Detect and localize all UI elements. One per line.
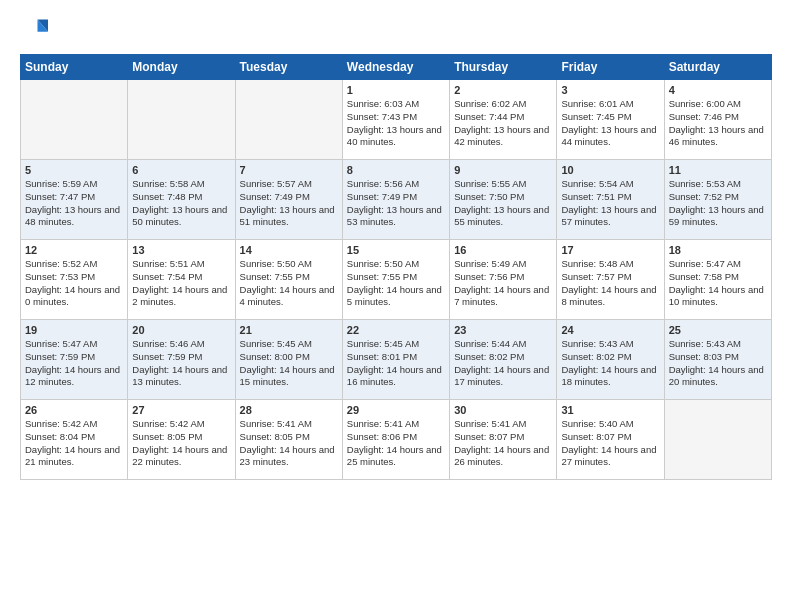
calendar-week-row: 12Sunrise: 5:52 AM Sunset: 7:53 PM Dayli… — [21, 240, 772, 320]
day-info: Sunrise: 5:54 AM Sunset: 7:51 PM Dayligh… — [561, 178, 659, 229]
calendar-cell: 28Sunrise: 5:41 AM Sunset: 8:05 PM Dayli… — [235, 400, 342, 480]
day-info: Sunrise: 6:02 AM Sunset: 7:44 PM Dayligh… — [454, 98, 552, 149]
calendar-cell: 1Sunrise: 6:03 AM Sunset: 7:43 PM Daylig… — [342, 80, 449, 160]
day-info: Sunrise: 5:47 AM Sunset: 7:58 PM Dayligh… — [669, 258, 767, 309]
day-info: Sunrise: 5:46 AM Sunset: 7:59 PM Dayligh… — [132, 338, 230, 389]
weekday-header-sunday: Sunday — [21, 55, 128, 80]
calendar-cell: 12Sunrise: 5:52 AM Sunset: 7:53 PM Dayli… — [21, 240, 128, 320]
weekday-header-wednesday: Wednesday — [342, 55, 449, 80]
day-number: 1 — [347, 84, 445, 96]
day-info: Sunrise: 5:55 AM Sunset: 7:50 PM Dayligh… — [454, 178, 552, 229]
day-number: 22 — [347, 324, 445, 336]
day-number: 28 — [240, 404, 338, 416]
calendar-cell: 22Sunrise: 5:45 AM Sunset: 8:01 PM Dayli… — [342, 320, 449, 400]
calendar-cell: 11Sunrise: 5:53 AM Sunset: 7:52 PM Dayli… — [664, 160, 771, 240]
day-number: 5 — [25, 164, 123, 176]
calendar-cell — [235, 80, 342, 160]
weekday-header-monday: Monday — [128, 55, 235, 80]
calendar-cell — [128, 80, 235, 160]
header — [20, 16, 772, 44]
day-number: 25 — [669, 324, 767, 336]
day-info: Sunrise: 5:50 AM Sunset: 7:55 PM Dayligh… — [347, 258, 445, 309]
day-number: 8 — [347, 164, 445, 176]
calendar-cell: 14Sunrise: 5:50 AM Sunset: 7:55 PM Dayli… — [235, 240, 342, 320]
calendar-cell: 23Sunrise: 5:44 AM Sunset: 8:02 PM Dayli… — [450, 320, 557, 400]
day-info: Sunrise: 5:40 AM Sunset: 8:07 PM Dayligh… — [561, 418, 659, 469]
calendar-cell: 5Sunrise: 5:59 AM Sunset: 7:47 PM Daylig… — [21, 160, 128, 240]
calendar-week-row: 26Sunrise: 5:42 AM Sunset: 8:04 PM Dayli… — [21, 400, 772, 480]
day-number: 10 — [561, 164, 659, 176]
day-number: 20 — [132, 324, 230, 336]
day-number: 29 — [347, 404, 445, 416]
calendar-week-row: 5Sunrise: 5:59 AM Sunset: 7:47 PM Daylig… — [21, 160, 772, 240]
day-info: Sunrise: 5:43 AM Sunset: 8:03 PM Dayligh… — [669, 338, 767, 389]
calendar-cell: 15Sunrise: 5:50 AM Sunset: 7:55 PM Dayli… — [342, 240, 449, 320]
calendar-cell: 24Sunrise: 5:43 AM Sunset: 8:02 PM Dayli… — [557, 320, 664, 400]
day-info: Sunrise: 5:52 AM Sunset: 7:53 PM Dayligh… — [25, 258, 123, 309]
day-info: Sunrise: 5:59 AM Sunset: 7:47 PM Dayligh… — [25, 178, 123, 229]
weekday-header-thursday: Thursday — [450, 55, 557, 80]
day-info: Sunrise: 5:45 AM Sunset: 8:00 PM Dayligh… — [240, 338, 338, 389]
weekday-header-friday: Friday — [557, 55, 664, 80]
day-number: 13 — [132, 244, 230, 256]
day-info: Sunrise: 5:47 AM Sunset: 7:59 PM Dayligh… — [25, 338, 123, 389]
day-number: 16 — [454, 244, 552, 256]
calendar-cell: 10Sunrise: 5:54 AM Sunset: 7:51 PM Dayli… — [557, 160, 664, 240]
day-number: 18 — [669, 244, 767, 256]
day-number: 27 — [132, 404, 230, 416]
day-number: 6 — [132, 164, 230, 176]
calendar-cell: 29Sunrise: 5:41 AM Sunset: 8:06 PM Dayli… — [342, 400, 449, 480]
day-info: Sunrise: 5:53 AM Sunset: 7:52 PM Dayligh… — [669, 178, 767, 229]
day-number: 31 — [561, 404, 659, 416]
calendar-cell: 27Sunrise: 5:42 AM Sunset: 8:05 PM Dayli… — [128, 400, 235, 480]
day-info: Sunrise: 5:48 AM Sunset: 7:57 PM Dayligh… — [561, 258, 659, 309]
day-info: Sunrise: 5:42 AM Sunset: 8:04 PM Dayligh… — [25, 418, 123, 469]
day-info: Sunrise: 5:50 AM Sunset: 7:55 PM Dayligh… — [240, 258, 338, 309]
day-info: Sunrise: 5:58 AM Sunset: 7:48 PM Dayligh… — [132, 178, 230, 229]
day-info: Sunrise: 5:44 AM Sunset: 8:02 PM Dayligh… — [454, 338, 552, 389]
day-number: 11 — [669, 164, 767, 176]
calendar-cell: 8Sunrise: 5:56 AM Sunset: 7:49 PM Daylig… — [342, 160, 449, 240]
day-number: 26 — [25, 404, 123, 416]
day-number: 3 — [561, 84, 659, 96]
day-info: Sunrise: 6:00 AM Sunset: 7:46 PM Dayligh… — [669, 98, 767, 149]
day-number: 7 — [240, 164, 338, 176]
day-number: 9 — [454, 164, 552, 176]
day-info: Sunrise: 5:41 AM Sunset: 8:07 PM Dayligh… — [454, 418, 552, 469]
day-info: Sunrise: 5:51 AM Sunset: 7:54 PM Dayligh… — [132, 258, 230, 309]
day-info: Sunrise: 6:01 AM Sunset: 7:45 PM Dayligh… — [561, 98, 659, 149]
day-number: 24 — [561, 324, 659, 336]
weekday-header-saturday: Saturday — [664, 55, 771, 80]
calendar-cell: 17Sunrise: 5:48 AM Sunset: 7:57 PM Dayli… — [557, 240, 664, 320]
page: SundayMondayTuesdayWednesdayThursdayFrid… — [0, 0, 792, 490]
day-number: 12 — [25, 244, 123, 256]
day-info: Sunrise: 5:42 AM Sunset: 8:05 PM Dayligh… — [132, 418, 230, 469]
day-info: Sunrise: 5:41 AM Sunset: 8:05 PM Dayligh… — [240, 418, 338, 469]
day-info: Sunrise: 6:03 AM Sunset: 7:43 PM Dayligh… — [347, 98, 445, 149]
day-info: Sunrise: 5:43 AM Sunset: 8:02 PM Dayligh… — [561, 338, 659, 389]
generalblue-logo-icon — [20, 16, 48, 44]
day-info: Sunrise: 5:41 AM Sunset: 8:06 PM Dayligh… — [347, 418, 445, 469]
calendar-cell: 13Sunrise: 5:51 AM Sunset: 7:54 PM Dayli… — [128, 240, 235, 320]
day-number: 15 — [347, 244, 445, 256]
calendar-cell: 6Sunrise: 5:58 AM Sunset: 7:48 PM Daylig… — [128, 160, 235, 240]
day-info: Sunrise: 5:57 AM Sunset: 7:49 PM Dayligh… — [240, 178, 338, 229]
calendar-week-row: 1Sunrise: 6:03 AM Sunset: 7:43 PM Daylig… — [21, 80, 772, 160]
calendar-cell: 26Sunrise: 5:42 AM Sunset: 8:04 PM Dayli… — [21, 400, 128, 480]
calendar-cell: 25Sunrise: 5:43 AM Sunset: 8:03 PM Dayli… — [664, 320, 771, 400]
day-number: 4 — [669, 84, 767, 96]
calendar-cell: 30Sunrise: 5:41 AM Sunset: 8:07 PM Dayli… — [450, 400, 557, 480]
calendar-table: SundayMondayTuesdayWednesdayThursdayFrid… — [20, 54, 772, 480]
day-info: Sunrise: 5:49 AM Sunset: 7:56 PM Dayligh… — [454, 258, 552, 309]
calendar-cell: 19Sunrise: 5:47 AM Sunset: 7:59 PM Dayli… — [21, 320, 128, 400]
logo — [20, 16, 52, 44]
calendar-cell — [664, 400, 771, 480]
calendar-week-row: 19Sunrise: 5:47 AM Sunset: 7:59 PM Dayli… — [21, 320, 772, 400]
day-number: 17 — [561, 244, 659, 256]
day-number: 2 — [454, 84, 552, 96]
calendar-cell: 3Sunrise: 6:01 AM Sunset: 7:45 PM Daylig… — [557, 80, 664, 160]
day-info: Sunrise: 5:45 AM Sunset: 8:01 PM Dayligh… — [347, 338, 445, 389]
day-number: 23 — [454, 324, 552, 336]
calendar-cell — [21, 80, 128, 160]
calendar-cell: 2Sunrise: 6:02 AM Sunset: 7:44 PM Daylig… — [450, 80, 557, 160]
